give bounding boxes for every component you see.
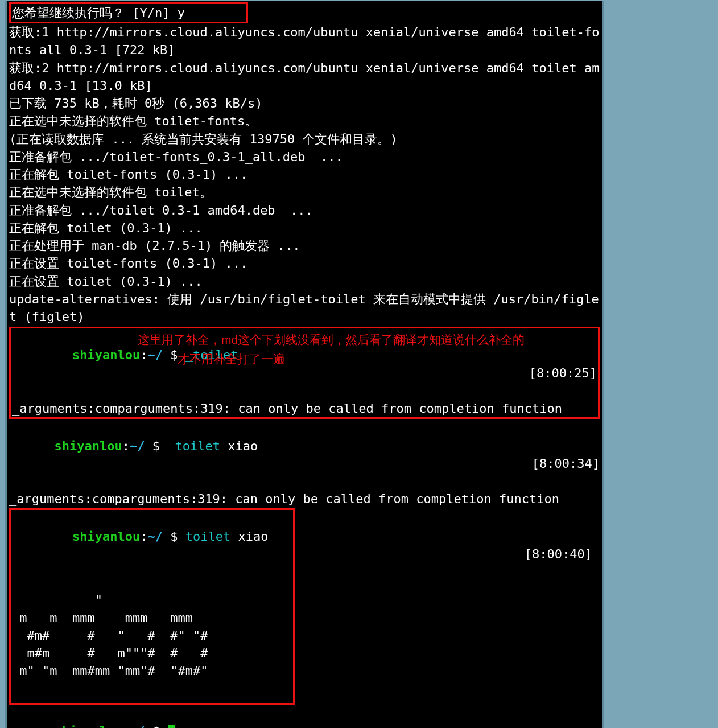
prompt-question: 您希望继续执行吗？ [Y/n] y [12, 6, 185, 20]
highlight-box-question: 您希望继续执行吗？ [Y/n] y [9, 2, 248, 23]
command-text: _toilet [167, 439, 220, 453]
annotation-text-1: 这里用了补全，md这个下划线没看到，然后看了翻译才知道说什么补全的 [138, 331, 525, 348]
time-stamp: [8:00:25] [529, 364, 597, 382]
output-line: 正在设置 toilet-fonts (0.3-1) ... [9, 254, 600, 272]
output-line: 正在选中未选择的软件包 toilet。 [9, 183, 600, 201]
prompt-path: ~/ [130, 724, 145, 728]
prompt-symbol: $ [152, 439, 160, 453]
time-stamp: [8:00:34] [532, 455, 600, 472]
terminal-container: 您希望继续执行吗？ [Y/n] y 获取:1 http://mirrors.cl… [0, 0, 718, 728]
annotation-text-2: 才不用补全打了一遍 [178, 351, 285, 368]
command-text: toilet [185, 529, 230, 544]
prompt-user: shiyanlou [72, 348, 140, 362]
prompt-colon: : [122, 724, 130, 728]
output-line: 正在解包 toilet (0.3-1) ... [9, 219, 600, 237]
error-line: _arguments:comparguments:319: can only b… [12, 400, 597, 417]
highlight-box-output: shiyanlou:~/ $ toilet xiao [8:00:40] " m… [9, 508, 295, 705]
output-line: 正在设置 toilet (0.3-1) ... [9, 273, 600, 290]
output-line: 获取:1 http://mirrors.cloud.aliyuncs.com/u… [9, 23, 600, 59]
ascii-art-output: " m m mmm mmm mmm #m# # " # #" "# m#m # … [12, 591, 292, 680]
prompt-user: shiyanlou [72, 529, 140, 544]
prompt-line-current[interactable]: shiyanlou:~/ $ [8:00:53] [9, 705, 600, 728]
output-line: 正在解包 toilet-fonts (0.3-1) ... [9, 166, 600, 183]
output-line: 正在处理用于 man-db (2.7.5-1) 的触发器 ... [9, 237, 600, 254]
cursor-icon [168, 725, 175, 728]
command-arg: xiao [220, 439, 258, 453]
prompt-user: shiyanlou [54, 439, 122, 453]
error-line: _arguments:comparguments:319: can only b… [9, 490, 600, 508]
prompt-colon: : [122, 439, 130, 453]
prompt-symbol: $ [170, 529, 178, 544]
apt-output-block: 获取:1 http://mirrors.cloud.aliyuncs.com/u… [9, 23, 600, 326]
prompt-path: ~/ [147, 529, 163, 544]
prompt-user: shiyanlou [54, 724, 122, 728]
output-line: 正准备解包 .../toilet-fonts_0.3-1_all.deb ... [9, 148, 600, 166]
output-line: 获取:2 http://mirrors.cloud.aliyuncs.com/u… [9, 59, 600, 94]
prompt-line[interactable]: shiyanlou:~/ $ _toilet xiao [8:00:34] [9, 419, 600, 490]
output-line: (正在读取数据库 ... 系统当前共安装有 139750 个文件和目录。) [9, 130, 600, 148]
prompt-colon: : [140, 529, 147, 544]
prompt-colon: : [140, 348, 147, 362]
output-line: 正准备解包 .../toilet_0.3-1_amd64.deb ... [9, 201, 600, 219]
command-arg: xiao [230, 529, 268, 544]
output-line: update-alternatives: 使用 /usr/bin/figlet-… [9, 290, 600, 326]
time-stamp: [8:00:40] [525, 545, 592, 563]
output-line: 已下载 735 kB，耗时 0秒 (6,363 kB/s) [9, 94, 600, 112]
output-line: 正在选中未选择的软件包 toilet-fonts。 [9, 112, 600, 130]
prompt-symbol: $ [170, 348, 178, 362]
prompt-path: ~/ [130, 439, 145, 453]
prompt-line[interactable]: shiyanlou:~/ $ toilet xiao [8:00:40] [12, 510, 592, 581]
prompt-path: ~/ [147, 348, 163, 362]
prompt-symbol: $ [152, 724, 160, 728]
terminal[interactable]: 您希望继续执行吗？ [Y/n] y 获取:1 http://mirrors.cl… [5, 1, 604, 728]
